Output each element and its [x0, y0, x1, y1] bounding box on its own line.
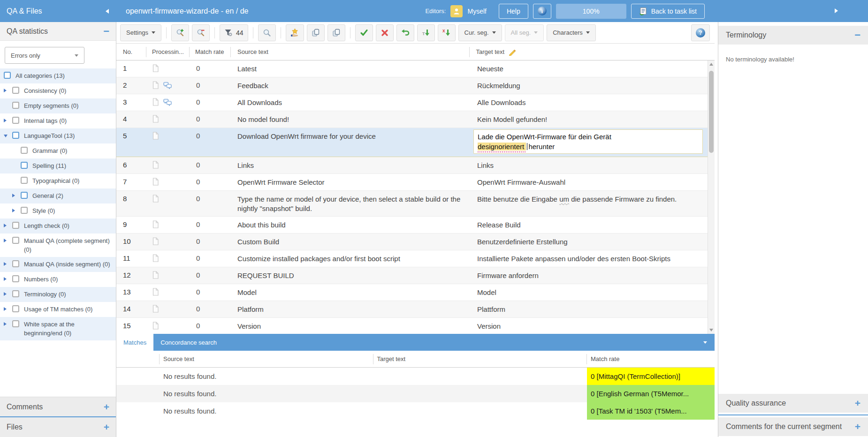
target-text-cell[interactable]: Plattform	[471, 301, 708, 317]
tree-item-general-2[interactable]: General (2)	[0, 188, 116, 203]
source-text-cell[interactable]: Latest	[231, 60, 471, 76]
info-button[interactable]: i	[533, 4, 551, 19]
table-row-segment-6[interactable]: 60LinksLinks	[116, 157, 708, 174]
tree-item-manual-qa-complete-segment-0[interactable]: Manual QA (complete segment) (0)	[0, 234, 116, 257]
target-text-cell[interactable]: Lade die OpenWrt-Firmware für dein Gerät…	[471, 128, 708, 157]
source-text-cell[interactable]: All Downloads	[231, 94, 471, 110]
collapse-terminology-icon[interactable]: −	[854, 31, 860, 39]
tree-item-manual-qa-inside-segment-0[interactable]: Manual QA (inside segment) (0)	[0, 257, 116, 272]
tree-item-typographical-0[interactable]: Typographical (0)	[0, 173, 116, 188]
source-text-cell[interactable]: Model	[231, 284, 471, 300]
source-text-cell[interactable]: OpenWrt Firmware Selector	[231, 174, 471, 190]
comments-icon[interactable]	[163, 82, 172, 90]
source-text-cell[interactable]: Links	[231, 157, 471, 173]
scrollbar-thumb[interactable]	[709, 71, 714, 153]
target-text-cell[interactable]: Benutzerdefinierte Erstellung	[471, 234, 708, 249]
source-text-cell[interactable]: Customize installed packages and/or firs…	[231, 250, 471, 266]
confirm-and-next-button[interactable]: T	[417, 24, 435, 41]
tree-item-languagetool-13[interactable]: LanguageTool (13)	[0, 128, 116, 143]
scroll-up-icon[interactable]	[709, 63, 713, 66]
expand-arrow-icon[interactable]	[12, 194, 15, 197]
target-text-cell[interactable]: Rückmeldung	[471, 77, 708, 93]
checkbox-languagetool-13[interactable]	[12, 132, 19, 139]
expand-quality-assurance-icon[interactable]: +	[855, 398, 860, 409]
target-text-cell[interactable]: OpenWrt Firmware-Auswahl	[471, 174, 708, 190]
table-row-segment-2[interactable]: 20FeedbackRückmeldung	[116, 77, 708, 94]
expand-arrow-icon[interactable]	[4, 322, 7, 326]
table-row-segment-13[interactable]: 130ModelModel	[116, 284, 708, 301]
checkbox-manual-qa-complete-segment-0[interactable]	[12, 237, 19, 244]
collapse-sidebar-icon[interactable]	[106, 9, 109, 14]
matches-column-source[interactable]: Source text	[160, 354, 373, 364]
back-to-task-list-button[interactable]: Back to task list	[631, 4, 705, 19]
tree-item-empty-segments-0[interactable]: Empty segments (0)	[0, 98, 116, 113]
undo-button[interactable]	[396, 24, 414, 41]
table-row-segment-5[interactable]: 50Download OpenWrt firmware for your dev…	[116, 128, 708, 157]
reject-segment-button[interactable]	[376, 24, 394, 41]
all-segments-dropdown[interactable]: All seg.	[505, 24, 544, 41]
checkbox-terminology-0[interactable]	[12, 290, 19, 297]
expand-arrow-icon[interactable]	[4, 292, 7, 296]
target-text-cell[interactable]: Neueste	[471, 60, 708, 76]
checkbox-length-check-0[interactable]	[12, 222, 19, 229]
column-header-target-text[interactable]: Target text	[470, 47, 708, 57]
table-row-segment-15[interactable]: 150VersionVersion	[116, 318, 708, 334]
target-text-cell[interactable]: Model	[471, 284, 708, 300]
matches-column-match-rate[interactable]: Match rate	[587, 354, 715, 364]
checkbox-grammar-0[interactable]	[21, 147, 28, 154]
match-result-row[interactable]: No results found.0 [MittagQI (TermCollec…	[116, 368, 715, 385]
collapse-arrow-icon[interactable]	[4, 135, 8, 137]
checkbox-white-space-at-the-beginning-end-0[interactable]	[12, 320, 19, 327]
checkbox-internal-tags-0[interactable]	[12, 117, 19, 124]
source-text-cell[interactable]: REQUEST BUILD	[231, 267, 471, 283]
expand-arrow-icon[interactable]	[4, 307, 7, 311]
quality-assurance-panel-header[interactable]: Quality assurance +	[718, 394, 868, 413]
target-text-cell[interactable]: Firmware anfordern	[471, 267, 708, 283]
table-row-segment-4[interactable]: 40No model found!Kein Modell gefunden!	[116, 111, 708, 128]
target-text-cell[interactable]: Installierte Pakete anpassen und/oder de…	[471, 250, 708, 266]
expand-arrow-icon[interactable]	[12, 209, 15, 212]
target-text-cell[interactable]: Links	[471, 157, 708, 173]
source-text-cell[interactable]: Feedback	[231, 77, 471, 93]
comments-icon[interactable]	[163, 98, 172, 107]
tree-item-usage-of-tm-matches-0[interactable]: Usage of TM matches (0)	[0, 302, 116, 317]
target-text-cell[interactable]: Alle Downloads	[471, 94, 708, 110]
help-button[interactable]: Help	[499, 4, 528, 19]
source-text-cell[interactable]: About this build	[231, 217, 471, 233]
expand-right-panel-icon[interactable]	[835, 8, 838, 13]
tree-item-all-categories-13[interactable]: All categories (13)	[0, 68, 116, 83]
checkbox-numbers-0[interactable]	[12, 275, 19, 282]
zoom-out-button[interactable]	[192, 24, 210, 41]
scroll-down-icon[interactable]	[709, 329, 713, 332]
table-row-segment-10[interactable]: 100Custom BuildBenutzerdefinierte Erstel…	[116, 234, 708, 250]
confirm-segment-button[interactable]	[355, 24, 373, 41]
match-result-row[interactable]: No results found.0 [English German (T5Me…	[116, 385, 715, 402]
filter-button[interactable]: 44	[220, 24, 248, 41]
matches-column-target[interactable]: Target text	[373, 354, 587, 364]
toolbar-help-button[interactable]: ?	[691, 24, 710, 41]
tree-item-numbers-0[interactable]: Numbers (0)	[0, 272, 116, 287]
column-header-source-text[interactable]: Source text	[231, 47, 470, 57]
expand-arrow-icon[interactable]	[4, 89, 7, 92]
tree-item-spelling-11[interactable]: Spelling (11)	[0, 158, 116, 173]
target-text-cell[interactable]: Kein Modell gefunden!	[471, 111, 708, 127]
copy-source-button[interactable]	[307, 24, 325, 41]
next-unconfirmed-button[interactable]: x	[438, 24, 456, 41]
column-header-no[interactable]: No.	[116, 47, 146, 57]
source-text-cell[interactable]: Download OpenWrt firmware for your devic…	[231, 128, 471, 144]
expand-segment-comments-icon[interactable]: +	[855, 421, 860, 432]
checkbox-usage-of-tm-matches-0[interactable]	[12, 305, 19, 312]
checkbox-consistency-0[interactable]	[12, 87, 19, 94]
terminology-panel-header[interactable]: Terminology −	[718, 26, 868, 45]
expand-arrow-icon[interactable]	[4, 262, 7, 266]
checkbox-manual-qa-inside-segment-0[interactable]	[12, 260, 19, 267]
qa-statistics-header[interactable]: QA statistics −	[0, 22, 116, 41]
term-suggestion-button[interactable]	[286, 24, 304, 41]
zoom-in-button[interactable]	[171, 24, 189, 41]
expand-arrow-icon[interactable]	[4, 239, 7, 242]
column-header-match-rate[interactable]: Match rate	[190, 47, 231, 57]
zoom-level-control[interactable]: 100%	[556, 4, 626, 19]
source-text-cell[interactable]: Platform	[231, 301, 471, 317]
match-result-row[interactable]: No results found.0 [Task TM id '1503' (T…	[116, 402, 715, 420]
checkbox-spelling-11[interactable]	[21, 162, 28, 169]
